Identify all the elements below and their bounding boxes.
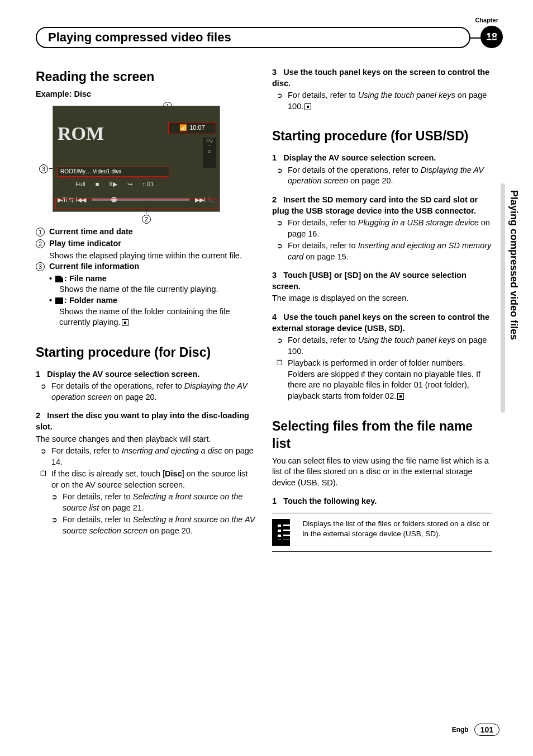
section-end-icon xyxy=(304,103,311,110)
right-column: 3 Use the touch panel keys on the screen… xyxy=(272,67,502,552)
header-title: Playing compressed video files xyxy=(48,30,231,44)
usb-step-2-ref-a: For details, refer to Plugging in a USB … xyxy=(288,218,492,239)
rom-overlay-text: ROM xyxy=(58,121,104,147)
heading-starting-disc: Starting procedure (for Disc) xyxy=(36,344,255,361)
file-icon xyxy=(55,276,63,282)
side-tab-label: Playing compressed video files xyxy=(508,190,520,340)
callout-3: 3 xyxy=(39,164,48,174)
disc-step-1: 1 Display the AV source selection screen… xyxy=(36,369,255,380)
left-column: Reading the screen Example: Disc 1 3 ROM… xyxy=(36,67,255,552)
legend-list: 1Current time and date 2Play time indica… xyxy=(36,226,255,328)
list-key-row: Displays the list of the files or folder… xyxy=(272,513,492,552)
disc-step-3: 3 Use the touch panel keys on the screen… xyxy=(272,67,492,89)
list-key-desc: Displays the list of the files or folder… xyxy=(302,519,492,539)
legend-3a-desc: Shows the name of the file currently pla… xyxy=(59,284,255,295)
usb-step-3-desc: The image is displayed on the screen. xyxy=(272,293,492,304)
usb-step-2: 2 Insert the SD memory card into the SD … xyxy=(272,195,492,216)
date-time-box: 📶10:07 xyxy=(168,122,216,134)
page-number: 101 xyxy=(474,724,499,736)
usb-step-1-ref: For details of the operations, refer to … xyxy=(288,165,492,187)
example-label: Example: Disc xyxy=(36,89,255,100)
callout-2: 2 xyxy=(142,214,151,224)
list-key-icon[interactable] xyxy=(272,519,290,546)
disc-step-2-note: If the disc is already set, touch [Disc]… xyxy=(51,469,255,490)
file-path-box: ROOT/My… Video1.divx xyxy=(58,167,169,177)
disc-step-2-desc: The source changes and then playback wil… xyxy=(36,434,255,445)
disc-step-2-ref-b: For details, refer to Selecting a front … xyxy=(63,492,255,513)
usb-step-3: 3 Touch [USB] or [SD] on the AV source s… xyxy=(272,270,492,292)
control-row-1: Full■II▶↪↕ 01 xyxy=(75,180,154,188)
section-end-icon xyxy=(122,319,129,326)
usb-step-1: 1 Display the AV source selection screen… xyxy=(272,153,492,164)
legend-3b-desc: Shows the name of the folder containing … xyxy=(59,306,255,328)
disc-step-2-ref-c: For details, refer to Selecting a front … xyxy=(63,514,255,536)
legend-2-title: Play time indicator xyxy=(49,238,121,249)
disc-step-1-ref: For details of the operations, refer to … xyxy=(51,381,255,403)
chapter-number-badge: 18 xyxy=(480,26,503,48)
legend-3a: : File name xyxy=(49,273,255,285)
usb-step-4-note: Playback is performed in order of folder… xyxy=(288,358,492,401)
usb-step-4-ref: For details, refer to Using the touch pa… xyxy=(288,335,492,357)
legend-2-desc: Shows the elapsed playing time within th… xyxy=(49,251,255,262)
heading-starting-usb: Starting procedure (for USB/SD) xyxy=(272,127,492,145)
legend-3-title: Current file information xyxy=(49,261,139,272)
section-end-icon xyxy=(397,393,404,400)
example-screenshot-wrap: 1 3 ROM 📶10:07 EQ⋯≡ ROOT/My… Video1.divx… xyxy=(53,106,231,212)
page-footer: Engb 101 xyxy=(452,724,499,736)
chapter-label: Chapter xyxy=(475,17,498,23)
sel-step-1: 1 Touch the following key. xyxy=(272,496,492,507)
disc-step-3-ref: For details, refer to Using the touch pa… xyxy=(288,90,492,112)
usb-step-4: 4 Use the touch panel keys on the screen… xyxy=(272,312,492,334)
side-indicator-bar xyxy=(501,183,505,413)
disc-step-2: 2 Insert the disc you want to play into … xyxy=(36,410,255,432)
heading-selecting-files: Selecting files from the file name list xyxy=(272,418,492,452)
heading-reading-screen: Reading the screen xyxy=(36,68,255,86)
disc-step-2-ref-a: For details, refer to Inserting and ejec… xyxy=(51,446,255,467)
lang-code: Engb xyxy=(452,726,469,734)
header-bar: Playing compressed video files xyxy=(36,27,470,48)
example-screenshot: ROM 📶10:07 EQ⋯≡ ROOT/My… Video1.divx Ful… xyxy=(53,106,220,212)
time-indicator-box xyxy=(55,198,217,209)
eq-icon-area: EQ⋯≡ xyxy=(203,138,216,168)
legend-3b: : Folder name xyxy=(49,295,255,306)
legend-1-title: Current time and date xyxy=(49,226,133,238)
usb-step-2-ref-b: For details, refer to Inserting and ejec… xyxy=(288,240,492,262)
folder-icon xyxy=(55,297,63,304)
selecting-files-desc: You can select files to view using the f… xyxy=(272,456,492,489)
